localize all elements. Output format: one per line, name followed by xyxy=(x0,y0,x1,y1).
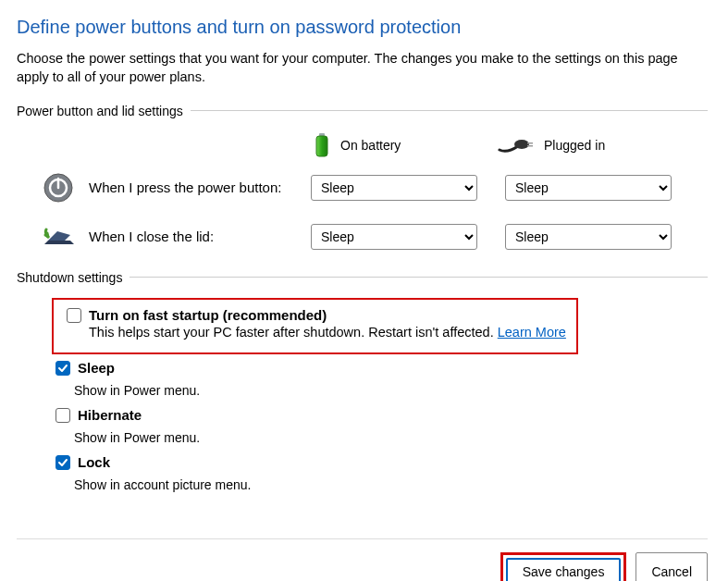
svg-rect-4 xyxy=(527,145,533,147)
row-power-button: When I press the power button: Sleep Sle… xyxy=(17,172,708,204)
page-title: Define power buttons and turn on passwor… xyxy=(17,17,708,38)
lock-row: Lock xyxy=(52,451,708,474)
sleep-row: Sleep xyxy=(52,356,708,379)
lid-battery-select[interactable]: Sleep xyxy=(311,224,477,250)
battery-icon xyxy=(313,131,331,159)
save-highlight-box: Save changes xyxy=(500,552,627,581)
row-label-power-button: When I press the power button: xyxy=(89,179,311,195)
fast-startup-label: Turn on fast startup (recommended) xyxy=(89,307,566,323)
lock-checkbox[interactable] xyxy=(56,455,70,470)
page-subtitle: Choose the power settings that you want … xyxy=(17,49,708,87)
power-button-icon xyxy=(43,172,89,204)
hibernate-label: Hibernate xyxy=(78,407,142,423)
column-label-plugged: Plugged in xyxy=(544,138,605,153)
row-close-lid: When I close the lid: Sleep Sleep xyxy=(17,224,708,250)
power-button-section: Power button and lid settings xyxy=(17,104,708,250)
sleep-desc: Show in Power menu. xyxy=(52,383,708,398)
shutdown-section: Shutdown settings Turn on fast startup (… xyxy=(17,270,708,492)
column-plugged-in: Plugged in xyxy=(498,135,683,155)
svg-rect-3 xyxy=(527,142,533,144)
learn-more-link[interactable]: Learn More xyxy=(498,325,566,340)
svg-point-2 xyxy=(514,140,529,149)
column-label-battery: On battery xyxy=(340,138,401,153)
sleep-checkbox[interactable] xyxy=(56,361,70,376)
save-button[interactable]: Save changes xyxy=(506,558,622,581)
fast-startup-highlight-box: Turn on fast startup (recommended) This … xyxy=(52,298,578,354)
fast-startup-desc: This helps start your PC faster after sh… xyxy=(89,325,566,340)
fast-startup-checkbox[interactable] xyxy=(67,308,81,323)
lock-label: Lock xyxy=(78,454,110,470)
section-header-power: Power button and lid settings xyxy=(17,104,183,118)
power-button-battery-select[interactable]: Sleep xyxy=(311,175,477,201)
lid-icon xyxy=(43,224,89,250)
fast-startup-row: Turn on fast startup (recommended) This … xyxy=(63,303,569,343)
hibernate-desc: Show in Power menu. xyxy=(52,430,708,445)
footer-buttons: Save changes Cancel xyxy=(17,552,708,581)
lid-plugged-select[interactable]: Sleep xyxy=(505,224,672,250)
divider xyxy=(191,110,708,111)
divider xyxy=(130,277,708,278)
plug-icon xyxy=(498,135,535,155)
cancel-button[interactable]: Cancel xyxy=(635,552,708,581)
footer-divider xyxy=(17,538,708,539)
svg-rect-1 xyxy=(316,136,327,156)
power-button-plugged-select[interactable]: Sleep xyxy=(505,175,672,201)
hibernate-row: Hibernate xyxy=(52,403,708,426)
sleep-label: Sleep xyxy=(78,360,115,376)
section-header-shutdown: Shutdown settings xyxy=(17,270,122,285)
hibernate-checkbox[interactable] xyxy=(56,408,70,423)
row-label-lid: When I close the lid: xyxy=(89,229,311,244)
column-on-battery: On battery xyxy=(313,131,498,159)
lock-desc: Show in account picture menu. xyxy=(52,477,708,492)
